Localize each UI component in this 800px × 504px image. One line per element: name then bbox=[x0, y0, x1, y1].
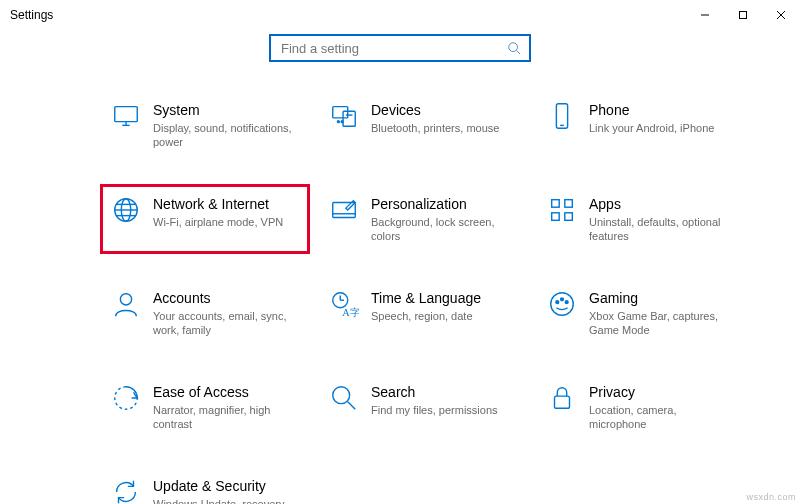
window-title: Settings bbox=[10, 8, 53, 22]
tile-title: Accounts bbox=[153, 289, 299, 307]
tile-text: SearchFind my files, permissions bbox=[371, 383, 498, 417]
tile-desc: Background, lock screen, colors bbox=[371, 215, 517, 243]
tile-desc: Uninstall, defaults, optional features bbox=[589, 215, 735, 243]
tile-phone[interactable]: PhoneLink your Android, iPhone bbox=[536, 90, 746, 160]
titlebar: Settings bbox=[0, 0, 800, 30]
ease-icon bbox=[109, 381, 143, 415]
tile-text: GamingXbox Game Bar, captures, Game Mode bbox=[589, 289, 735, 337]
settings-grid: SystemDisplay, sound, notifications, pow… bbox=[0, 72, 800, 504]
tile-desc: Windows Update, recovery, backup bbox=[153, 497, 299, 504]
update-icon bbox=[109, 475, 143, 504]
tile-desc: Location, camera, microphone bbox=[589, 403, 735, 431]
tile-title: Search bbox=[371, 383, 498, 401]
tile-desc: Find my files, permissions bbox=[371, 403, 498, 417]
apps-icon bbox=[545, 193, 579, 227]
devices-icon bbox=[327, 99, 361, 133]
search-container bbox=[0, 30, 800, 72]
tile-personalization[interactable]: PersonalizationBackground, lock screen, … bbox=[318, 184, 528, 254]
search-icon bbox=[327, 381, 361, 415]
svg-point-4 bbox=[509, 43, 518, 52]
tile-text: Time & LanguageSpeech, region, date bbox=[371, 289, 481, 323]
tile-desc: Display, sound, notifications, power bbox=[153, 121, 299, 149]
tile-title: Personalization bbox=[371, 195, 517, 213]
tile-desc: Wi-Fi, airplane mode, VPN bbox=[153, 215, 283, 229]
tile-system[interactable]: SystemDisplay, sound, notifications, pow… bbox=[100, 90, 310, 160]
system-icon bbox=[109, 99, 143, 133]
tile-desc: Narrator, magnifier, high contrast bbox=[153, 403, 299, 431]
tile-desc: Link your Android, iPhone bbox=[589, 121, 714, 135]
tile-text: PrivacyLocation, camera, microphone bbox=[589, 383, 735, 431]
close-button[interactable] bbox=[762, 0, 800, 30]
tile-text: Ease of AccessNarrator, magnifier, high … bbox=[153, 383, 299, 431]
privacy-icon bbox=[545, 381, 579, 415]
watermark: wsxdn.com bbox=[746, 492, 796, 502]
tile-title: Phone bbox=[589, 101, 714, 119]
tile-desc: Xbox Game Bar, captures, Game Mode bbox=[589, 309, 735, 337]
search-input[interactable] bbox=[279, 40, 507, 57]
tile-gaming[interactable]: GamingXbox Game Bar, captures, Game Mode bbox=[536, 278, 746, 348]
tile-text: PhoneLink your Android, iPhone bbox=[589, 101, 714, 135]
phone-icon bbox=[545, 99, 579, 133]
tile-update[interactable]: Update & SecurityWindows Update, recover… bbox=[100, 466, 310, 504]
tile-text: AccountsYour accounts, email, sync, work… bbox=[153, 289, 299, 337]
tile-text: DevicesBluetooth, printers, mouse bbox=[371, 101, 499, 135]
tile-desc: Your accounts, email, sync, work, family bbox=[153, 309, 299, 337]
tile-devices[interactable]: DevicesBluetooth, printers, mouse bbox=[318, 90, 528, 160]
time-icon bbox=[327, 287, 361, 321]
tile-text: SystemDisplay, sound, notifications, pow… bbox=[153, 101, 299, 149]
tile-title: Update & Security bbox=[153, 477, 299, 495]
tile-search[interactable]: SearchFind my files, permissions bbox=[318, 372, 528, 442]
tile-text: Network & InternetWi-Fi, airplane mode, … bbox=[153, 195, 283, 229]
tile-title: Network & Internet bbox=[153, 195, 283, 213]
tile-text: PersonalizationBackground, lock screen, … bbox=[371, 195, 517, 243]
accounts-icon bbox=[109, 287, 143, 321]
search-icon bbox=[507, 41, 521, 55]
svg-rect-1 bbox=[740, 12, 747, 19]
tile-title: Ease of Access bbox=[153, 383, 299, 401]
tile-title: Apps bbox=[589, 195, 735, 213]
tile-apps[interactable]: AppsUninstall, defaults, optional featur… bbox=[536, 184, 746, 254]
maximize-button[interactable] bbox=[724, 0, 762, 30]
tile-title: Privacy bbox=[589, 383, 735, 401]
tile-desc: Speech, region, date bbox=[371, 309, 481, 323]
tile-accounts[interactable]: AccountsYour accounts, email, sync, work… bbox=[100, 278, 310, 348]
tile-title: Devices bbox=[371, 101, 499, 119]
search-box[interactable] bbox=[269, 34, 531, 62]
tile-ease[interactable]: Ease of AccessNarrator, magnifier, high … bbox=[100, 372, 310, 442]
network-icon bbox=[109, 193, 143, 227]
personalization-icon bbox=[327, 193, 361, 227]
tile-title: System bbox=[153, 101, 299, 119]
tile-desc: Bluetooth, printers, mouse bbox=[371, 121, 499, 135]
gaming-icon bbox=[545, 287, 579, 321]
window-controls bbox=[686, 0, 800, 30]
tile-network[interactable]: Network & InternetWi-Fi, airplane mode, … bbox=[100, 184, 310, 254]
tile-privacy[interactable]: PrivacyLocation, camera, microphone bbox=[536, 372, 746, 442]
tile-title: Time & Language bbox=[371, 289, 481, 307]
svg-line-5 bbox=[517, 51, 521, 55]
tile-time[interactable]: Time & LanguageSpeech, region, date bbox=[318, 278, 528, 348]
tile-text: AppsUninstall, defaults, optional featur… bbox=[589, 195, 735, 243]
minimize-button[interactable] bbox=[686, 0, 724, 30]
tile-title: Gaming bbox=[589, 289, 735, 307]
tile-text: Update & SecurityWindows Update, recover… bbox=[153, 477, 299, 504]
